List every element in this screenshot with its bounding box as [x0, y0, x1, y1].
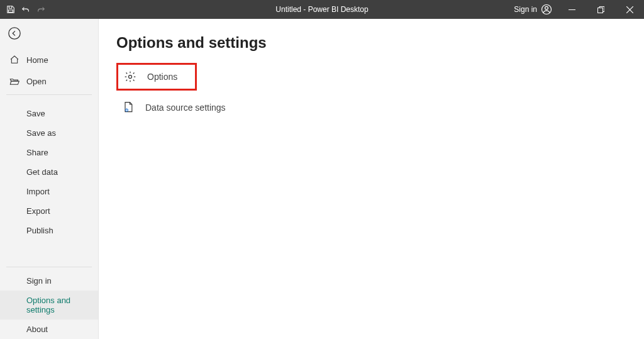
nav-label: Publish [26, 226, 53, 235]
nav-get-data[interactable]: Get data [0, 162, 98, 182]
nav-home[interactable]: Home [0, 49, 98, 70]
back-button[interactable] [5, 24, 24, 43]
nav-label: About [26, 325, 48, 334]
data-source-icon [121, 101, 135, 114]
redo-icon [36, 5, 45, 14]
save-icon [6, 5, 15, 14]
minimize-icon [569, 6, 575, 13]
undo-button[interactable] [19, 3, 33, 16]
nav-label: Save as [26, 128, 56, 138]
nav-about[interactable]: About [0, 320, 98, 339]
nav-label: Open [26, 77, 47, 86]
nav-label: Import [26, 187, 50, 196]
user-circle-icon [541, 4, 552, 15]
nav-label: Export [26, 206, 50, 216]
close-button[interactable] [615, 0, 644, 19]
svg-point-2 [545, 6, 548, 9]
redo-button[interactable] [34, 3, 48, 16]
titlebar-signin[interactable]: Sign in [509, 0, 557, 19]
save-icon-button[interactable] [4, 3, 18, 16]
options-label: Options [147, 72, 177, 82]
close-icon [626, 6, 633, 13]
svg-rect-0 [9, 10, 13, 13]
window-title: Untitled - Power BI Desktop [275, 5, 368, 14]
page-title: Options and settings [116, 34, 626, 52]
nav-label: Get data [26, 167, 58, 177]
nav-secondary: Save Save as Share Get data Import Expor… [0, 104, 98, 240]
svg-point-5 [9, 28, 20, 39]
svg-point-7 [126, 109, 128, 111]
nav-export[interactable]: Export [0, 201, 98, 221]
options-item[interactable]: Options [116, 63, 197, 91]
nav-save-as[interactable]: Save as [0, 123, 98, 143]
nav-signin[interactable]: Sign in [0, 271, 98, 291]
home-icon [9, 54, 20, 65]
title-bar: Untitled - Power BI Desktop Sign in [0, 0, 644, 19]
nav-label: Save [26, 109, 45, 118]
nav-publish[interactable]: Publish [0, 221, 98, 240]
titlebar-right: Sign in [509, 0, 644, 19]
nav-import[interactable]: Import [0, 182, 98, 201]
nav-divider [6, 94, 92, 95]
nav-label: Options and settings [26, 296, 89, 314]
folder-open-icon [9, 75, 20, 87]
quick-access-toolbar [0, 3, 48, 16]
signin-label: Sign in [514, 5, 537, 14]
svg-point-6 [129, 75, 132, 79]
minimize-button[interactable] [557, 0, 586, 19]
nav-save[interactable]: Save [0, 104, 98, 123]
svg-rect-3 [569, 9, 575, 10]
nav-label: Sign in [26, 276, 52, 286]
file-menu-sidebar: Home Open Save Save as Share Get data Im… [0, 19, 99, 339]
back-arrow-icon [8, 26, 21, 40]
data-source-settings-item[interactable]: Data source settings [116, 94, 318, 121]
nav-share[interactable]: Share [0, 143, 98, 162]
gear-icon [123, 70, 137, 84]
svg-rect-4 [597, 8, 602, 13]
content-pane: Options and settings Options Data source… [99, 19, 644, 339]
app-body: Home Open Save Save as Share Get data Im… [0, 19, 644, 339]
maximize-icon [597, 6, 604, 13]
nav-open[interactable]: Open [0, 70, 98, 92]
nav-label: Home [26, 55, 48, 65]
data-source-label: Data source settings [145, 103, 226, 113]
nav-options-and-settings[interactable]: Options and settings [0, 291, 98, 320]
maximize-button[interactable] [586, 0, 615, 19]
nav-label: Share [26, 148, 48, 157]
nav-divider-bottom [6, 267, 92, 267]
nav-bottom-group: Sign in Options and settings About [0, 264, 98, 339]
nav-primary: Home Open [0, 49, 98, 92]
undo-icon [21, 5, 30, 14]
